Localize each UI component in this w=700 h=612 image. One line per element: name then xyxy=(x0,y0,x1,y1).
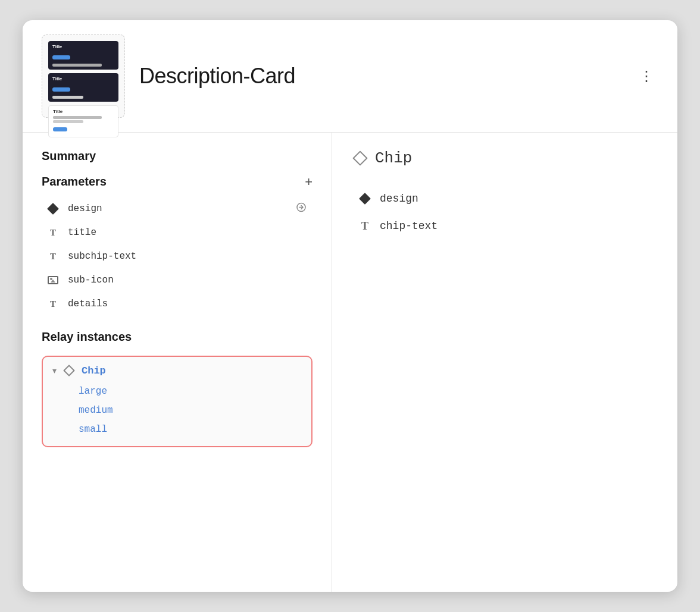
diamond-shape xyxy=(47,203,59,215)
page-title: Description-Card xyxy=(139,64,620,89)
chip-section-header: Chip xyxy=(354,149,656,167)
content-area: Summary Parameters + design xyxy=(23,133,677,592)
type-t-icon-title: T xyxy=(46,226,60,239)
thumb-line-1 xyxy=(52,64,102,67)
menu-button[interactable]: ⋮ xyxy=(635,64,658,88)
type-t-icon-details: T xyxy=(46,297,60,310)
param-subchip-text: T subchip-text xyxy=(42,244,312,268)
thumb-line-2 xyxy=(52,96,83,99)
param-sub-icon: sub-icon xyxy=(42,268,312,292)
relay-chip-title[interactable]: Chip xyxy=(82,365,106,376)
right-type-t-icon: T xyxy=(358,219,371,233)
right-param-chip-text: T chip-text xyxy=(354,212,656,240)
thumb-line-3 xyxy=(53,116,102,119)
param-title-label: title xyxy=(68,227,96,238)
diamond-outline-shape xyxy=(63,365,75,376)
preview-thumbnail: Title Title Title xyxy=(42,34,125,118)
chip-section-title: Chip xyxy=(375,149,412,167)
param-design-label: design xyxy=(68,203,102,214)
parameters-heading: Parameters xyxy=(42,175,107,189)
relay-instances-heading: Relay instances xyxy=(42,330,312,344)
thumb-title-1: Title xyxy=(52,44,114,49)
thumb-chip-3 xyxy=(53,127,67,131)
relay-item-small[interactable]: small xyxy=(52,420,302,439)
diamond-filled-icon xyxy=(46,202,60,215)
thumb-row-1: Title xyxy=(48,41,118,70)
parameters-header: Parameters + xyxy=(42,175,312,189)
right-diamond-filled-icon xyxy=(358,192,371,205)
right-param-chip-text-label: chip-text xyxy=(380,220,438,232)
summary-heading: Summary xyxy=(42,149,312,163)
relay-item-medium[interactable]: medium xyxy=(52,401,302,420)
param-title: T title xyxy=(42,221,312,244)
thumb-row-2: Title xyxy=(48,73,118,102)
right-param-design: design xyxy=(354,185,656,212)
main-card: Title Title Title Description-Card ⋮ Sum… xyxy=(23,20,677,592)
relay-item-large[interactable]: large xyxy=(52,382,302,401)
left-panel: Summary Parameters + design xyxy=(23,133,332,592)
relay-chip-header: ▾ Chip xyxy=(52,364,302,377)
image-icon xyxy=(46,274,60,287)
chip-diamond-shape xyxy=(352,150,367,165)
header: Title Title Title Description-Card ⋮ xyxy=(23,20,677,133)
add-parameter-button[interactable]: + xyxy=(305,175,312,189)
right-panel: Chip design T chip-text xyxy=(332,133,677,592)
thumb-chip-1 xyxy=(52,55,70,59)
param-design: design xyxy=(42,197,312,221)
param-arrow-button[interactable] xyxy=(295,203,308,215)
thumb-title-3: Title xyxy=(53,109,114,114)
param-details-label: details xyxy=(68,299,108,309)
param-sub-icon-label: sub-icon xyxy=(68,275,114,285)
relay-instances-section: Relay instances ▾ Chip large medium smal… xyxy=(42,330,312,447)
type-t-icon-subchip: T xyxy=(46,250,60,263)
relay-chip-box: ▾ Chip large medium small xyxy=(42,356,312,447)
param-details: T details xyxy=(42,292,312,316)
relay-diamond-outline-icon xyxy=(62,364,76,377)
param-subchip-text-label: subchip-text xyxy=(68,251,136,262)
chip-diamond-outline-icon xyxy=(354,152,367,165)
right-param-design-label: design xyxy=(380,193,418,205)
image-shape xyxy=(48,276,58,284)
chevron-down-icon[interactable]: ▾ xyxy=(52,366,57,375)
thumb-title-2: Title xyxy=(52,76,114,81)
right-diamond-shape xyxy=(359,193,371,205)
thumb-chip-2 xyxy=(52,87,70,92)
thumb-line-4 xyxy=(53,120,83,123)
